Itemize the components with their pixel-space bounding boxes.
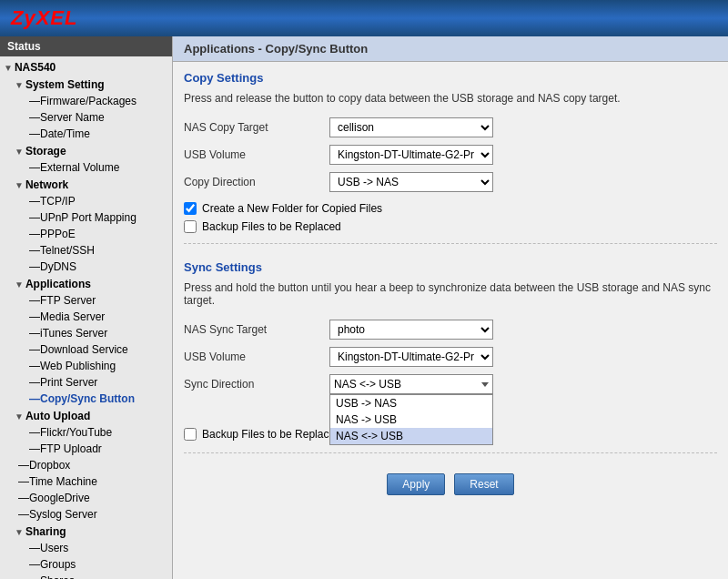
sidebar-item-pppoe[interactable]: —PPPoE (0, 226, 172, 242)
usb-volume-select-sync[interactable]: Kingston-DT-Ultimate-G2-Pr (329, 347, 493, 367)
sync-settings-description: Press and hold the button until you hear… (173, 279, 728, 316)
sidebar-item-google-drive[interactable]: —GoogleDrive (0, 490, 172, 506)
sidebar-item-flickr[interactable]: —Flickr/YouTube (0, 424, 172, 441)
backup-files-sync-checkbox[interactable] (184, 428, 197, 441)
sidebar-auto-upload[interactable]: ▼ Auto Upload (0, 407, 172, 424)
sidebar-status-header: Status (0, 36, 172, 56)
copy-settings-form: NAS Copy Target cellison USB Volume King… (184, 114, 511, 196)
applications-label: Applications (25, 278, 91, 290)
sidebar: Status ▼ NAS540 ▼ System Setting —Firmwa… (0, 36, 173, 579)
sidebar-nas540[interactable]: ▼ NAS540 (0, 58, 172, 76)
app-header: ZyXEL (0, 0, 728, 36)
sync-direction-cell: NAS <-> USB USB -> NAS NAS -> USB NAS <-… (329, 371, 511, 398)
sidebar-item-groups[interactable]: —Groups (0, 556, 172, 573)
sync-direction-options: USB -> NAS NAS -> USB NAS <-> USB (329, 394, 493, 445)
status-label: Status (7, 40, 41, 53)
sidebar-item-itunes[interactable]: —iTunes Server (0, 325, 172, 341)
sidebar-item-time-machine[interactable]: —Time Machine (0, 473, 172, 490)
backup-files-copy-label: Backup Files to be Replaced (202, 220, 341, 233)
create-folder-checkbox[interactable] (184, 202, 197, 215)
sidebar-item-users[interactable]: —Users (0, 540, 172, 556)
nas-sync-target-cell: photo (329, 316, 511, 343)
main-layout: Status ▼ NAS540 ▼ System Setting —Firmwa… (0, 36, 728, 579)
copy-direction-label: Copy Direction (184, 168, 329, 196)
sidebar-item-upnp[interactable]: —UPnP Port Mapping (0, 209, 172, 226)
backup-files-copy-row: Backup Files to be Replaced (173, 218, 728, 236)
sharing-label: Sharing (25, 525, 66, 538)
sync-option-usb-nas[interactable]: USB -> NAS (330, 395, 492, 411)
sidebar-item-ftp-uploadr[interactable]: —FTP Uploadr (0, 441, 172, 457)
sync-direction-value[interactable]: NAS <-> USB (329, 374, 493, 394)
sync-settings-title: Sync Settings (173, 251, 728, 279)
copy-settings-description: Press and release the button to copy dat… (173, 90, 728, 114)
sidebar-item-datetime[interactable]: —Date/Time (0, 126, 172, 142)
usb-volume-cell-copy: Kingston-DT-Ultimate-G2-Pr (329, 141, 511, 168)
action-buttons: Apply Reset (173, 462, 728, 506)
app-logo: ZyXEL (11, 6, 77, 30)
sidebar-sharing[interactable]: ▼ Sharing (0, 523, 172, 540)
nas-label: NAS540 (15, 61, 56, 74)
tree-symbol: ▼ (4, 63, 13, 73)
sidebar-network[interactable]: ▼ Network (0, 176, 172, 193)
sidebar-item-syslog[interactable]: —Syslog Server (0, 506, 172, 523)
usb-volume-label-sync: USB Volume (184, 343, 329, 371)
copy-settings-title: Copy Settings (173, 62, 728, 90)
sidebar-item-telnet[interactable]: —Telnet/SSH (0, 242, 172, 259)
sidebar-item-firmware[interactable]: —Firmware/Packages (0, 93, 172, 109)
sidebar-item-ftp[interactable]: —FTP Server (0, 292, 172, 309)
nas-copy-target-select[interactable]: cellison (329, 117, 493, 137)
sync-direction-label: Sync Direction (184, 371, 329, 398)
storage-label: Storage (25, 145, 66, 157)
sidebar-item-external-volume[interactable]: —External Volume (0, 159, 172, 176)
sync-settings-form: NAS Sync Target photo USB Volume Kingsto… (184, 316, 511, 398)
nas-sync-target-select[interactable]: photo (329, 320, 493, 340)
breadcrumb-text: Applications - Copy/Sync Button (184, 42, 368, 56)
sidebar-item-server-name[interactable]: —Server Name (0, 109, 172, 126)
sidebar-item-print[interactable]: —Print Server (0, 374, 172, 391)
create-folder-label: Create a New Folder for Copied Files (202, 202, 382, 215)
sidebar-item-web-publishing[interactable]: —Web Publishing (0, 358, 172, 374)
dropdown-arrow (481, 382, 489, 387)
sidebar-item-shares[interactable]: —Shares (0, 573, 172, 579)
sidebar-section-nas: ▼ NAS540 ▼ System Setting —Firmware/Pack… (0, 56, 172, 579)
copy-direction-select[interactable]: USB -> NAS NAS -> USB NAS <-> USB (329, 172, 493, 192)
logo-text: ZyXEL (11, 6, 77, 29)
network-label: Network (25, 178, 68, 191)
sidebar-item-dydns[interactable]: —DyDNS (0, 259, 172, 275)
nas-sync-target-label: NAS Sync Target (184, 316, 329, 343)
sync-direction-dropdown[interactable]: NAS <-> USB USB -> NAS NAS -> USB NAS <-… (329, 374, 493, 394)
usb-volume-cell-sync: Kingston-DT-Ultimate-G2-Pr (329, 343, 511, 371)
sidebar-item-dropbox[interactable]: —Dropbox (0, 457, 172, 473)
sidebar-item-copy-sync[interactable]: —Copy/Sync Button (0, 391, 172, 407)
apply-button[interactable]: Apply (387, 473, 445, 495)
sidebar-applications[interactable]: ▼ Applications (0, 275, 172, 292)
system-setting-label: System Setting (25, 78, 105, 91)
sidebar-item-download[interactable]: —Download Service (0, 341, 172, 358)
usb-volume-label-copy: USB Volume (184, 141, 329, 168)
copy-direction-cell: USB -> NAS NAS -> USB NAS <-> USB (329, 168, 511, 196)
sidebar-item-tcpip[interactable]: —TCP/IP (0, 193, 172, 209)
nas-copy-target-label: NAS Copy Target (184, 114, 329, 141)
sidebar-system-setting[interactable]: ▼ System Setting (0, 76, 172, 93)
sidebar-storage[interactable]: ▼ Storage (0, 142, 172, 159)
auto-upload-label: Auto Upload (25, 410, 90, 422)
sidebar-item-media-server[interactable]: —Media Server (0, 309, 172, 325)
backup-files-copy-checkbox[interactable] (184, 220, 197, 233)
create-folder-row: Create a New Folder for Copied Files (173, 199, 728, 218)
breadcrumb: Applications - Copy/Sync Button (173, 36, 728, 62)
nas-copy-target-cell: cellison (329, 114, 511, 141)
sync-option-nas-both[interactable]: NAS <-> USB (330, 428, 492, 444)
reset-button[interactable]: Reset (454, 473, 513, 495)
usb-volume-select-copy[interactable]: Kingston-DT-Ultimate-G2-Pr (329, 145, 493, 165)
content-area: Applications - Copy/Sync Button Copy Set… (173, 36, 728, 579)
sync-option-nas-usb[interactable]: NAS -> USB (330, 411, 492, 428)
